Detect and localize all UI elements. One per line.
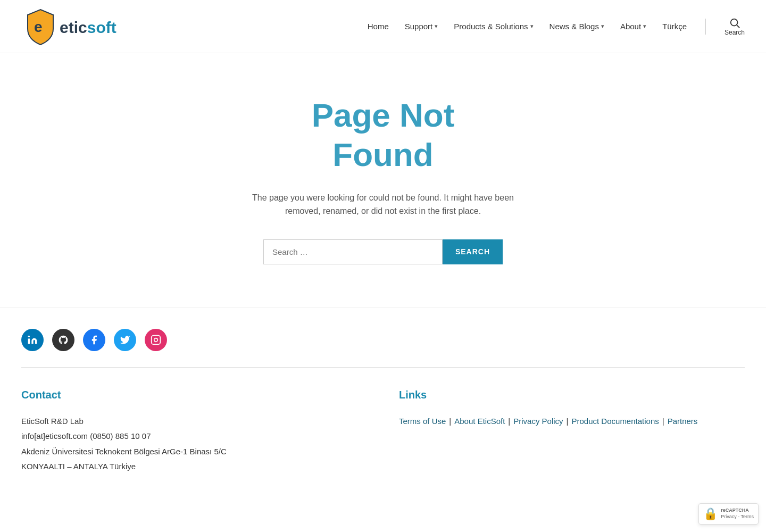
site-header: e eticsoft Home Support ▾ Products & Sol… [0,0,766,53]
search-icon [729,17,740,29]
contact-company: EticSoft R&D Lab [21,414,367,429]
svg-rect-4 [28,338,30,344]
github-icon[interactable] [52,329,74,351]
contact-address-line1: Akdeniz Üniversitesi Teknokent Bölgesi A… [21,444,367,460]
svg-point-2 [731,19,738,26]
main-nav: Home Support ▾ Products & Solutions ▾ Ne… [368,17,745,36]
chevron-down-icon: ▾ [643,23,646,30]
logo[interactable]: e eticsoft [21,5,160,48]
search-form: SEARCH [263,239,503,264]
privacy-policy-link[interactable]: Privacy Policy [513,414,563,429]
footer-links-column: Links Terms of Use | About EticSoft | Pr… [399,389,745,475]
svg-line-3 [737,25,739,28]
nav-language[interactable]: Türkçe [662,22,687,31]
svg-point-5 [28,336,30,337]
recaptcha-badge: 🔒 reCAPTCHA Privacy - Terms [698,503,759,506]
svg-text:e: e [34,19,43,35]
links-heading: Links [399,389,745,401]
terms-of-use-link[interactable]: Terms of Use [399,414,446,429]
facebook-icon[interactable] [83,329,105,351]
linkedin-icon[interactable] [21,329,44,351]
contact-email-phone: info[at]eticsoft.com (0850) 885 10 07 [21,429,367,444]
chevron-down-icon: ▾ [530,23,534,30]
footer-links-list: Terms of Use | About EticSoft | Privacy … [399,414,745,429]
link-separator: | [508,414,510,429]
footer-contact-column: Contact EticSoft R&D Lab info[at]eticsof… [21,389,367,475]
main-content: Page Not Found The page you were looking… [0,53,766,307]
search-submit-button[interactable]: SEARCH [443,239,503,264]
nav-separator [705,19,706,35]
about-eticsoft-link[interactable]: About EticSoft [454,414,505,429]
nav-support[interactable]: Support ▾ [405,22,438,31]
page-description: The page you were looking for could not … [250,191,516,218]
footer-divider [21,367,745,368]
social-icons-list [21,329,745,351]
product-documentations-link[interactable]: Product Documentations [572,414,659,429]
link-separator: | [567,414,569,429]
chevron-down-icon: ▾ [435,23,438,30]
twitter-icon[interactable] [114,329,136,351]
logo-image: e eticsoft [21,5,160,48]
chevron-down-icon: ▾ [601,23,604,30]
nav-news[interactable]: News & Blogs ▾ [549,22,604,31]
contact-address-line2: KONYAALTI – ANTALYA Türkiye [21,459,367,475]
nav-home[interactable]: Home [368,22,389,31]
contact-info: EticSoft R&D Lab info[at]eticsoft.com (0… [21,414,367,475]
search-button[interactable]: Search [725,17,745,36]
nav-products[interactable]: Products & Solutions ▾ [454,22,533,31]
link-separator: | [662,414,664,429]
contact-heading: Contact [21,389,367,401]
link-separator: | [449,414,451,429]
svg-rect-6 [152,336,161,345]
partners-link[interactable]: Partners [668,414,698,429]
footer-social [0,307,766,368]
nav-about[interactable]: About ▾ [620,22,646,31]
instagram-icon[interactable] [145,329,167,351]
svg-text:eticsoft: eticsoft [60,19,116,36]
search-input[interactable] [263,239,443,264]
footer-bottom: Contact EticSoft R&D Lab info[at]eticsof… [0,389,766,506]
page-not-found-title: Page Not Found [312,96,455,175]
